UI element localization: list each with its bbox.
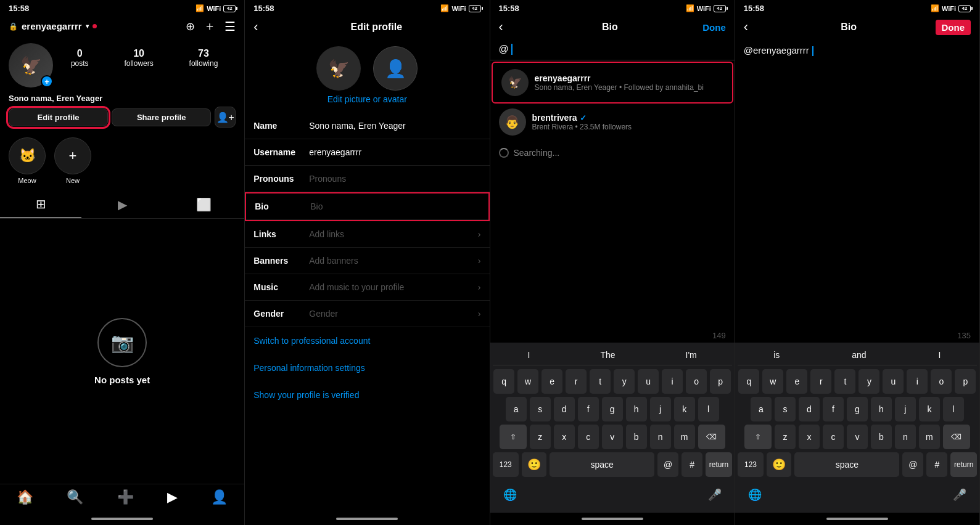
suggestion-4b[interactable]: and [852,350,866,360]
key-e[interactable]: e [541,369,562,394]
field-pronouns[interactable]: Pronouns Pronouns [245,166,489,192]
key-f[interactable]: f [578,397,599,421]
done-button-3[interactable]: Done [702,22,726,33]
key-mic-4[interactable]: 🎤 [947,482,972,507]
key-n[interactable]: n [650,425,671,449]
back-button-3[interactable]: ‹ [499,19,517,35]
suggestion-1[interactable]: I [528,350,530,360]
key-emoji-4[interactable]: 🙂 [767,452,791,477]
tab-reels[interactable]: ▶ [81,190,163,218]
key-delete[interactable]: ⌫ [698,425,725,449]
key-n4[interactable]: n [895,425,916,449]
key-o[interactable]: o [686,369,707,394]
key-i[interactable]: i [662,369,683,394]
key-at[interactable]: @ [657,452,678,477]
key-c4[interactable]: c [823,425,844,449]
suggestion-3[interactable]: I'm [686,350,697,360]
key-z[interactable]: z [530,425,551,449]
key-hash[interactable]: # [681,452,702,477]
key-e4[interactable]: e [786,369,807,394]
key-p[interactable]: p [710,369,731,394]
key-h4[interactable]: h [871,397,892,421]
key-k4[interactable]: k [919,397,940,421]
key-s4[interactable]: s [775,397,796,421]
key-w4[interactable]: w [762,369,783,394]
key-globe[interactable]: 🌐 [498,482,522,507]
key-v4[interactable]: v [847,425,868,449]
tab-grid[interactable]: ⊞ [0,190,81,218]
key-r4[interactable]: r [810,369,831,394]
posts-stat[interactable]: 0 posts [71,48,89,68]
key-shift[interactable]: ⇧ [500,425,527,449]
field-banners[interactable]: Banners Add banners › [245,248,489,274]
key-shift4[interactable]: ⇧ [744,425,772,449]
key-h[interactable]: h [626,397,647,421]
menu-icon[interactable]: ☰ [224,19,236,34]
key-f4[interactable]: f [823,397,844,421]
key-p4[interactable]: p [955,369,976,394]
suggestion-4c[interactable]: I [939,350,941,360]
story-item-meow[interactable]: 🐱 Meow [9,137,46,184]
key-r[interactable]: r [566,369,587,394]
key-z4[interactable]: z [775,425,796,449]
field-username[interactable]: Username erenyaegarrrr [245,139,489,166]
key-at-4[interactable]: @ [902,452,923,477]
nav-profile[interactable]: 👤 [211,489,228,505]
back-button-2[interactable]: ‹ [253,19,272,35]
key-123[interactable]: 123 [493,452,519,477]
key-v[interactable]: v [602,425,623,449]
switch-professional-link[interactable]: Switch to professional account [245,327,489,354]
key-d4[interactable]: d [799,397,820,421]
nav-home[interactable]: 🏠 [17,489,33,505]
key-t4[interactable]: t [834,369,855,394]
field-links[interactable]: Links Add links › [245,221,489,248]
key-g[interactable]: g [602,397,623,421]
key-x[interactable]: x [554,425,575,449]
key-y[interactable]: y [614,369,635,394]
nav-add[interactable]: ➕ [117,489,134,505]
field-gender[interactable]: Gender Gender › [245,301,489,327]
field-name[interactable]: Name Sono nama, Eren Yeager [245,113,489,139]
search-result-2[interactable]: 👨 brentrivera ✓ Brent Rivera • 23.5M fol… [490,102,735,142]
back-button-4[interactable]: ‹ [744,19,762,35]
field-music[interactable]: Music Add music to your profile › [245,274,489,301]
key-return-4[interactable]: return [950,452,977,477]
discover-people-button[interactable]: 👤+ [215,107,236,128]
followers-stat[interactable]: 10 followers [124,48,153,68]
threads-icon[interactable]: ⊕ [186,20,195,33]
key-space-4[interactable]: space [794,452,899,477]
avatar-section[interactable]: 🦅 + [9,43,53,88]
key-hash-4[interactable]: # [926,452,947,477]
key-s[interactable]: s [530,397,551,421]
key-m4[interactable]: m [919,425,940,449]
key-w[interactable]: w [517,369,538,394]
add-post-icon[interactable]: ＋ [204,18,216,35]
suggestion-4a[interactable]: is [773,350,780,360]
edit-avatar[interactable]: 🦅 [316,46,361,91]
nav-reels[interactable]: ▶ [167,489,178,505]
search-result-1[interactable]: 🦅 erenyaegarrrr Sono nama, Eren Yeager •… [493,63,732,102]
verified-link[interactable]: Show your profile is verified [245,381,489,409]
key-u4[interactable]: u [883,369,904,394]
key-y4[interactable]: y [859,369,879,394]
field-bio[interactable]: Bio Bio [246,193,488,220]
edit-avatar-placeholder[interactable]: 👤 [373,46,418,91]
key-j[interactable]: j [650,397,671,421]
key-globe-4[interactable]: 🌐 [743,482,767,507]
following-stat[interactable]: 73 following [189,48,218,68]
key-123-4[interactable]: 123 [738,452,764,477]
key-space[interactable]: space [550,452,654,477]
key-a4[interactable]: a [751,397,772,421]
nav-search[interactable]: 🔍 [67,489,83,505]
tab-tagged[interactable]: ⬜ [163,190,244,218]
key-delete4[interactable]: ⌫ [943,425,970,449]
done-button-4[interactable]: Done [936,20,971,35]
key-u[interactable]: u [638,369,659,394]
avatar-add-button[interactable]: + [41,75,53,88]
edit-pic-link[interactable]: Edit picture or avatar [245,94,489,113]
key-b[interactable]: b [626,425,647,449]
key-mic[interactable]: 🎤 [702,482,727,507]
key-return[interactable]: return [706,452,732,477]
story-item-new[interactable]: + New [54,137,91,184]
key-q[interactable]: q [493,369,514,394]
